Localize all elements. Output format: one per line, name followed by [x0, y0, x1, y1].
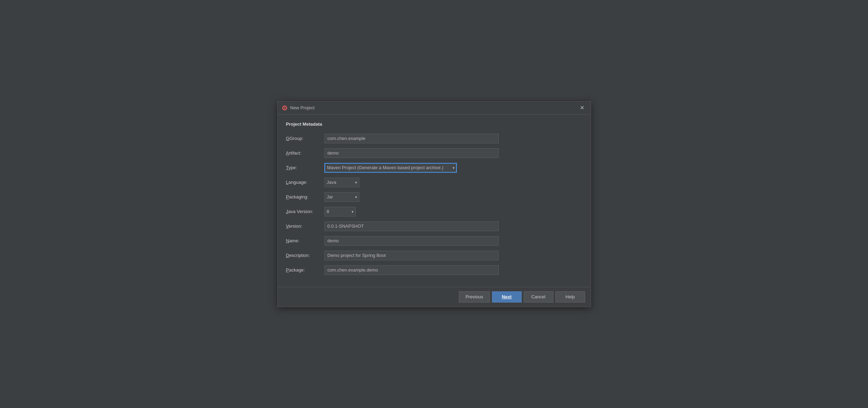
type-label: Type:: [286, 165, 324, 170]
section-title: Project Metadata: [286, 121, 582, 127]
java-version-row: Java Version: 8 11 17: [286, 207, 582, 217]
java-version-label: Java Version:: [286, 209, 324, 214]
language-select-wrapper: Java Kotlin Groovy: [324, 178, 359, 187]
type-select[interactable]: Maven Project (Generate a Maven based pr…: [324, 163, 457, 173]
packaging-select-wrapper: Jar War: [324, 192, 359, 202]
dialog-content: Project Metadata GGroup: Artifact: Type:…: [278, 115, 591, 287]
java-version-select-wrapper: 8 11 17: [324, 207, 356, 217]
previous-button[interactable]: Previous: [459, 291, 490, 303]
package-label: Package:: [286, 267, 324, 273]
version-input[interactable]: [324, 221, 499, 231]
description-input[interactable]: [324, 251, 499, 260]
svg-point-2: [284, 107, 285, 109]
packaging-row: Packaging: Jar War: [286, 192, 582, 202]
new-project-dialog: New Project ✕ Project Metadata GGroup: A…: [277, 101, 591, 307]
dialog-footer: Previous Next Cancel Help: [278, 287, 591, 307]
package-input[interactable]: [324, 265, 499, 275]
artifact-input[interactable]: [324, 148, 499, 158]
description-row: Description:: [286, 251, 582, 260]
title-bar: New Project ✕: [278, 102, 591, 115]
dialog-title: New Project: [290, 105, 315, 110]
language-row: Language: Java Kotlin Groovy: [286, 178, 582, 187]
version-label: Version:: [286, 223, 324, 229]
type-select-wrapper: Maven Project (Generate a Maven based pr…: [324, 163, 457, 173]
language-select[interactable]: Java Kotlin Groovy: [324, 178, 359, 187]
artifact-row: Artifact:: [286, 148, 582, 158]
name-label: Name:: [286, 238, 324, 243]
name-row: Name:: [286, 236, 582, 246]
description-label: Description:: [286, 253, 324, 258]
title-bar-left: New Project: [282, 105, 315, 111]
cancel-button[interactable]: Cancel: [524, 291, 553, 303]
close-button[interactable]: ✕: [578, 104, 586, 111]
help-button[interactable]: Help: [555, 291, 585, 303]
group-label: GGroup:: [286, 136, 324, 141]
app-icon: [282, 105, 287, 111]
java-version-select[interactable]: 8 11 17: [324, 207, 356, 217]
type-row: Type: Maven Project (Generate a Maven ba…: [286, 163, 582, 173]
packaging-select[interactable]: Jar War: [324, 192, 359, 202]
group-input[interactable]: [324, 134, 499, 143]
language-label: Language:: [286, 180, 324, 185]
artifact-label: Artifact:: [286, 150, 324, 156]
group-row: GGroup:: [286, 134, 582, 143]
packaging-label: Packaging:: [286, 194, 324, 199]
name-input[interactable]: [324, 236, 499, 246]
package-row: Package:: [286, 265, 582, 275]
next-button[interactable]: Next: [492, 291, 522, 303]
version-row: Version:: [286, 221, 582, 231]
